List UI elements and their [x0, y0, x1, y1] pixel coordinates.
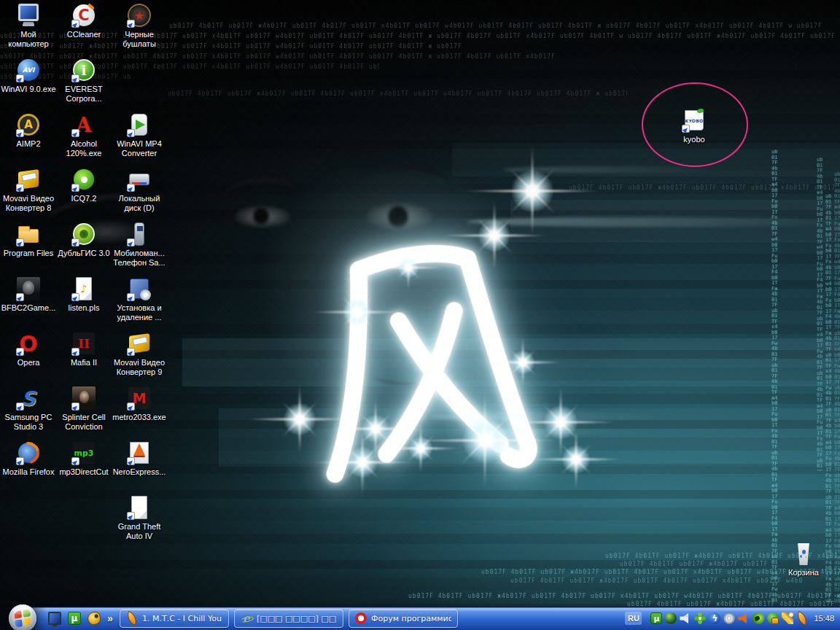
utorrent-icon[interactable]: µ: [68, 612, 81, 625]
shortcut-arrow-icon: [71, 402, 79, 411]
aimp2-icon: A: [16, 112, 41, 137]
mycomputer-icon: [16, 3, 41, 28]
desktop-icon-localdisk[interactable]: Локальный диск (D): [112, 167, 167, 213]
desktop-icon-movavibox[interactable]: Movavi Видео Конвертер 8: [1, 167, 56, 213]
desktop-icon-aimp2[interactable]: AAIMP2: [1, 112, 56, 149]
desktop-icon-bfbc2[interactable]: BFBC2Game...: [1, 276, 56, 313]
programfiles-icon: [16, 222, 41, 246]
green-orb-tray-icon[interactable]: [665, 612, 677, 624]
shortcut-arrow-icon: [16, 348, 24, 356]
icon-glyph: C: [78, 7, 89, 24]
shortcut-arrow-icon: [127, 293, 135, 301]
desktop-icon-label: Mozilla Firefox: [3, 467, 55, 477]
quick-launch-bar: µ»: [48, 607, 113, 630]
icon-glyph: ♪: [81, 283, 88, 295]
desktop-icon-label: ДубльГИС 3.0: [58, 249, 109, 258]
listenpls-icon: ♪: [71, 276, 96, 301]
overflow-chevron-icon[interactable]: »: [107, 612, 113, 624]
desktop-icon-programfiles[interactable]: Program Files: [1, 222, 56, 258]
shortcut-arrow-icon: [127, 402, 135, 411]
desktop-icon-label: Установка и удаление ...: [112, 303, 167, 322]
shortcut-arrow-icon: [71, 20, 79, 28]
desktop-icon-label: Корзина: [788, 568, 819, 578]
opera-icon: [355, 612, 367, 624]
display-icon[interactable]: [48, 612, 61, 625]
utorrent-tray-icon[interactable]: µ: [650, 612, 662, 624]
icq-tray-icon[interactable]: [694, 612, 706, 624]
desktop-icon-nero[interactable]: NeroExpress...: [112, 440, 167, 477]
shortcut-arrow-icon: [127, 20, 135, 28]
task-button[interactable]: 1. М.Т.С - I Chill You (V...: [120, 609, 229, 628]
appwiz-icon: [127, 276, 152, 301]
desktop-icon-winavimp4[interactable]: WinAVI MP4 Converter: [112, 112, 167, 158]
desktop-icon-listenpls[interactable]: ♪listen.pls: [56, 276, 112, 313]
volume-tray-icon[interactable]: [680, 612, 691, 624]
desktop-icon-winavi[interactable]: AVIWinAVI 9.0.exe: [1, 58, 56, 94]
audio-manager-tray-icon[interactable]: [738, 612, 750, 624]
desktop-icon-opera[interactable]: OOpera: [1, 331, 56, 368]
daemon-tools-tray-icon[interactable]: ϟ: [709, 612, 720, 624]
desktop-icon-metro[interactable]: Mmetro2033.exe: [112, 386, 167, 422]
desktop-icons: Мой компьютерCCCleaner★Черные бушлатыAVI…: [0, 0, 840, 607]
shortcut-arrow-icon: [16, 238, 24, 246]
desktop-icon-mobiloman[interactable]: Мобиломан... Телефон Sa...: [112, 222, 167, 268]
icon-glyph: II: [78, 336, 90, 351]
ccleaner-icon: C: [71, 3, 96, 28]
desktop-icon-appwiz[interactable]: Установка и удаление ...: [112, 276, 167, 322]
desktop-icon-label: Черные бушлаты: [112, 30, 167, 49]
gold-lamp-icon[interactable]: [87, 611, 101, 626]
tray-clock[interactable]: 15:48: [814, 614, 834, 623]
shortcut-arrow-icon: [16, 129, 24, 137]
recycle-icon: [791, 541, 816, 566]
nvidia-tray-icon[interactable]: [752, 612, 764, 624]
desktop-icon-movavibox[interactable]: Movavi Видео Конвертер 9: [112, 331, 167, 377]
icon-glyph: A: [24, 118, 33, 131]
desktop-icon-dublgis[interactable]: ДубльГИС 3.0: [56, 222, 112, 258]
desktop[interactable]: ub017F4b01TFж4b017Fub01TFх4b017Fw4b017Fu…: [0, 0, 840, 607]
aimp-feather-tray-icon[interactable]: [795, 611, 810, 626]
language-indicator[interactable]: RU: [625, 612, 642, 625]
shortcut-arrow-icon: [16, 402, 24, 411]
desktop-icon-alcohol[interactable]: AAlcohol 120%.exe: [56, 112, 112, 158]
splinter-icon: [71, 386, 96, 411]
shortcut-arrow-icon: [71, 348, 79, 356]
desktop-icon-ccleaner[interactable]: CCCleaner: [56, 3, 112, 39]
icon-glyph: mp3: [74, 448, 94, 458]
desktop-icon-label: WinAVI MP4 Converter: [112, 139, 167, 158]
magic-wand-tray-icon[interactable]: [782, 612, 793, 624]
desktop-icon-mp3directcut[interactable]: mp3mp3DirectCut: [56, 440, 112, 477]
security-tray-icon[interactable]: [767, 612, 779, 624]
shortcut-arrow-icon: [71, 74, 79, 82]
task-button[interactable]: e[□□□ □□□□] □□ □□□...: [234, 609, 343, 628]
desktop-icon-everest[interactable]: iEVEREST Corpora...: [56, 58, 112, 104]
desktop-icon-splinter[interactable]: Splinter Cell Conviction: [56, 386, 112, 432]
desktop-icon-label: NeroExpress...: [113, 467, 166, 477]
desktop-icon-recycle[interactable]: Корзина: [776, 541, 831, 578]
desktop-icon-label: kyobo: [683, 135, 704, 144]
bfbc2-icon: [16, 276, 41, 301]
desktop-icon-label: Локальный диск (D): [112, 194, 167, 213]
desktop-icon-gtadoc[interactable]: Grand Theft Auto IV: [112, 495, 167, 541]
desktop-icon-label: Movavi Видео Конвертер 8: [1, 194, 56, 213]
shortcut-arrow-icon: [71, 184, 79, 192]
desktop-icon-firefox[interactable]: Mozilla Firefox: [1, 440, 56, 477]
desktop-icon-icq[interactable]: ICQ7.2: [56, 167, 112, 203]
desktop-icon-label: Movavi Видео Конвертер 9: [112, 358, 167, 377]
disc-burner-tray-icon[interactable]: [723, 612, 735, 624]
shortcut-arrow-icon: [71, 293, 79, 301]
desktop-icon-kyobo[interactable]: KYOBOkyobo: [666, 108, 722, 144]
desktop-icon-mycomputer[interactable]: Мой компьютер: [1, 3, 56, 49]
desktop-icon-samsung[interactable]: SSamsung PC Studio 3: [1, 386, 56, 432]
aimp-feather-icon: [125, 611, 140, 626]
movavibox-icon: [16, 167, 41, 192]
icq-icon: [71, 167, 96, 192]
desktop-icon-label: metro2033.exe: [112, 413, 166, 422]
desktop-icon-label: WinAVI 9.0.exe: [1, 85, 56, 94]
localdisk-icon: [127, 167, 152, 192]
everest-icon: i: [71, 58, 96, 82]
task-button[interactable]: Форум программисто...: [349, 609, 458, 628]
start-button[interactable]: [9, 604, 36, 630]
desktop-icon-label: Program Files: [4, 249, 53, 258]
desktop-icon-mafia2[interactable]: IIMafia II: [56, 331, 112, 368]
desktop-icon-blackcoats[interactable]: ★Черные бушлаты: [112, 3, 167, 49]
